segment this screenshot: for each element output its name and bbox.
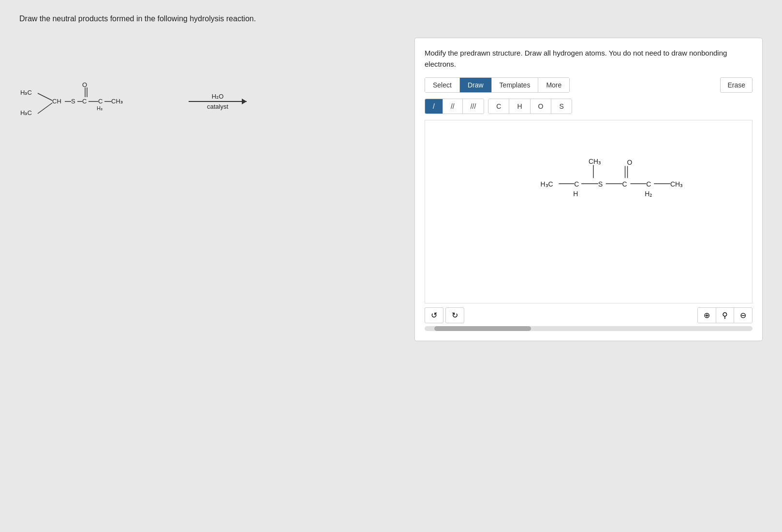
reagent-bottom: catalyst bbox=[207, 103, 228, 110]
svg-text:H₂: H₂ bbox=[97, 105, 103, 111]
zoom-in-button[interactable]: ⊕ bbox=[698, 308, 716, 323]
arrow-line bbox=[189, 101, 247, 102]
tab-more[interactable]: More bbox=[538, 78, 569, 92]
tab-templates[interactable]: Templates bbox=[492, 78, 539, 92]
drawing-panel: Modify the predrawn structure. Draw all … bbox=[414, 38, 763, 341]
svg-line-3 bbox=[38, 93, 52, 101]
undo-button[interactable]: ↺ bbox=[425, 307, 443, 323]
atom-buttons: C H O S bbox=[488, 99, 572, 114]
undo-redo-group: ↺ ↻ bbox=[425, 307, 464, 323]
svg-text:O: O bbox=[627, 158, 633, 166]
svg-text:H: H bbox=[573, 190, 578, 198]
zoom-controls: ⊕ ⚲ ⊖ bbox=[697, 307, 752, 323]
tab-draw[interactable]: Draw bbox=[460, 78, 492, 92]
zoom-fit-button[interactable]: ⚲ bbox=[716, 308, 734, 323]
question-text: Draw the neutral products formed in the … bbox=[19, 14, 763, 23]
svg-line-4 bbox=[38, 103, 52, 114]
canvas-bottom-bar: ↺ ↻ ⊕ ⚲ ⊖ bbox=[425, 307, 752, 323]
svg-text:O: O bbox=[82, 81, 87, 88]
svg-text:CH₃: CH₃ bbox=[589, 158, 601, 165]
drawing-canvas[interactable]: CH₃ H₃C C H S C O bbox=[425, 120, 752, 303]
bond-double-button[interactable]: // bbox=[443, 99, 463, 114]
svg-text:S: S bbox=[598, 180, 603, 188]
bond-triple-button[interactable]: /// bbox=[463, 99, 484, 114]
atom-s-button[interactable]: S bbox=[551, 99, 571, 114]
tab-select[interactable]: Select bbox=[425, 78, 460, 92]
atom-h-button[interactable]: H bbox=[509, 99, 530, 114]
redo-button[interactable]: ↻ bbox=[445, 307, 464, 323]
svg-text:C: C bbox=[574, 180, 579, 188]
zoom-out-button[interactable]: ⊖ bbox=[734, 308, 752, 323]
reaction-arrow: H₂O catalyst bbox=[189, 93, 247, 110]
svg-text:C: C bbox=[82, 98, 87, 105]
panel-instruction: Modify the predrawn structure. Draw all … bbox=[425, 48, 752, 70]
svg-text:C: C bbox=[622, 180, 627, 188]
bond-buttons: / // /// bbox=[425, 99, 484, 114]
scroll-thumb[interactable] bbox=[434, 326, 531, 331]
svg-text:CH₃: CH₃ bbox=[111, 98, 123, 105]
horizontal-scrollbar[interactable] bbox=[425, 326, 752, 331]
reactant-structure: H₃C H₃C CH S C O bbox=[19, 67, 174, 136]
svg-text:CH₃: CH₃ bbox=[670, 180, 683, 188]
svg-text:H₃C: H₃C bbox=[20, 89, 32, 96]
svg-text:H₂: H₂ bbox=[645, 190, 652, 198]
svg-text:C: C bbox=[98, 98, 103, 105]
main-tabs: Select Draw Templates More bbox=[425, 77, 570, 93]
svg-text:CH: CH bbox=[52, 98, 61, 105]
reagent-top: H₂O bbox=[212, 93, 224, 100]
toolbar: Select Draw Templates More Erase bbox=[425, 77, 752, 93]
erase-button[interactable]: Erase bbox=[720, 77, 752, 93]
bond-single-button[interactable]: / bbox=[425, 99, 443, 114]
atom-o-button[interactable]: O bbox=[531, 99, 552, 114]
svg-text:H₃C: H₃C bbox=[20, 109, 32, 116]
svg-text:C: C bbox=[646, 180, 651, 188]
svg-text:S: S bbox=[71, 98, 75, 105]
atom-c-button[interactable]: C bbox=[488, 99, 509, 114]
svg-text:H₃C: H₃C bbox=[541, 180, 553, 188]
